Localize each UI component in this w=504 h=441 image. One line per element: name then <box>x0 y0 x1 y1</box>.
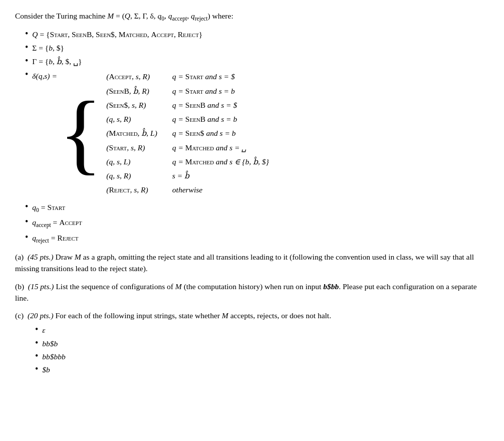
case-left-8: (q, s, R) <box>106 169 172 182</box>
case-left-4: (q, s, R) <box>106 112 172 126</box>
case-right-1: q = Start and s = $ <box>172 70 269 83</box>
big-brace: { <box>59 69 102 197</box>
cases-table: (Accept, s, R) q = Start and s = $ (Seen… <box>106 69 269 197</box>
case-row-1: (Accept, s, R) q = Start and s = $ <box>106 70 269 83</box>
bullet-dot-Sigma: • <box>25 42 28 53</box>
qaccept-item: • qaccept = Accept <box>25 216 489 230</box>
bullet-dot-delta: • <box>25 69 28 80</box>
case-right-3: q = SeenB and s = $ <box>172 98 269 112</box>
case-left-6: (Start, s, R) <box>106 141 172 154</box>
case-row-7: (q, s, L) q = Matched and s ∈ {b, b̂, $} <box>106 155 269 168</box>
part-c-item-4: • $b <box>35 364 489 375</box>
case-row-6: (Start, s, R) q = Matched and s = ␣ <box>106 141 269 154</box>
part-c-text: (c) (20 pts.) For each of the following … <box>15 310 489 321</box>
case-left-3: (Seen$, s, R) <box>106 98 172 112</box>
bullet-dot-c1: • <box>35 324 38 335</box>
bullet-dot-Gamma: • <box>25 56 28 67</box>
part-a-text: (a) (45 pts.) Draw M as a graph, omittin… <box>15 251 489 275</box>
definition-list: • Q = {Start, SeenB, Seen$, Matched, Acc… <box>15 29 489 246</box>
q0-item: • q0 = Start <box>25 201 489 215</box>
main-content: Consider the Turing machine M = (Q, Σ, Γ… <box>15 10 489 375</box>
set-Sigma-text: Σ = {b, $} <box>32 42 64 54</box>
qreject-text: qreject = Reject <box>32 232 78 246</box>
qreject-item: • qreject = Reject <box>25 232 489 246</box>
part-c-item-1: • ε <box>35 324 489 336</box>
case-right-6: q = Matched and s = ␣ <box>172 141 269 154</box>
q0-text: q0 = Start <box>32 201 65 215</box>
case-row-4: (q, s, R) q = SeenB and s = b <box>106 112 269 126</box>
case-right-2: q = Start and s = b <box>172 84 269 98</box>
case-left-5: (Matched, b̂, L) <box>106 126 172 140</box>
delta-label: δ(q,s) = <box>32 69 57 82</box>
delta-section: δ(q,s) = { (Accept, s, R) q = Start and … <box>32 69 269 197</box>
case-row-9: (Reject, s, R) otherwise <box>106 183 269 196</box>
bullet-dot-qaccept: • <box>25 216 28 228</box>
part-c-item-3-text: bb$bbb <box>42 351 66 362</box>
case-right-5: q = Seen$ and s = b <box>172 126 269 140</box>
case-row-8: (q, s, R) s = b̂ <box>106 169 269 182</box>
bullet-dot-c4: • <box>35 364 38 375</box>
set-Gamma: • Γ = {b, b̂, $, ␣} <box>25 56 489 67</box>
case-row-2: (SeenB, b̂, R) q = Start and s = b <box>106 84 269 98</box>
part-c-item-2: • bb$b <box>35 338 489 349</box>
case-right-4: q = SeenB and s = b <box>172 112 269 126</box>
bullet-dot-q0: • <box>25 201 28 212</box>
set-Gamma-text: Γ = {b, b̂, $, ␣} <box>32 56 82 67</box>
part-c-item-1-text: ε <box>42 324 45 336</box>
case-left-9: (Reject, s, R) <box>106 183 172 196</box>
set-Q: • Q = {Start, SeenB, Seen$, Matched, Acc… <box>25 29 489 40</box>
case-row-5: (Matched, b̂, L) q = Seen$ and s = b <box>106 126 269 140</box>
part-c-item-2-text: bb$b <box>42 338 58 349</box>
set-Sigma: • Σ = {b, $} <box>25 42 489 54</box>
part-c-items: • ε • bb$b • bb$bbb • $b <box>15 324 489 375</box>
part-b: (b) (15 pts.) List the sequence of confi… <box>15 281 489 304</box>
part-c-item-3: • bb$bbb <box>35 351 489 362</box>
part-c-item-4-text: $b <box>42 364 50 375</box>
bullet-dot-c2: • <box>35 338 38 349</box>
case-right-7: q = Matched and s ∈ {b, b̂, $} <box>172 155 269 168</box>
set-Q-text: Q = {Start, SeenB, Seen$, Matched, Accep… <box>32 29 202 40</box>
case-left-1: (Accept, s, R) <box>106 70 172 83</box>
qaccept-text: qaccept = Accept <box>32 216 82 230</box>
case-left-2: (SeenB, b̂, R) <box>106 84 172 98</box>
brace-container: { (Accept, s, R) q = Start and s = $ <box>59 69 269 197</box>
case-right-9: otherwise <box>172 183 269 196</box>
part-c: (c) (20 pts.) For each of the following … <box>15 310 489 375</box>
bullet-dot-c3: • <box>35 351 38 362</box>
part-b-text: (b) (15 pts.) List the sequence of confi… <box>15 281 489 304</box>
delta-item: • δ(q,s) = { (Accept, s, R) q = Sta <box>25 69 489 199</box>
case-left-7: (q, s, L) <box>106 155 172 168</box>
case-right-8: s = b̂ <box>172 169 269 182</box>
bullet-dot-qreject: • <box>25 232 28 243</box>
intro-paragraph: Consider the Turing machine M = (Q, Σ, Γ… <box>15 10 489 24</box>
case-row-3: (Seen$, s, R) q = SeenB and s = $ <box>106 98 269 112</box>
part-a: (a) (45 pts.) Draw M as a graph, omittin… <box>15 251 489 275</box>
bullet-dot-Q: • <box>25 29 28 40</box>
